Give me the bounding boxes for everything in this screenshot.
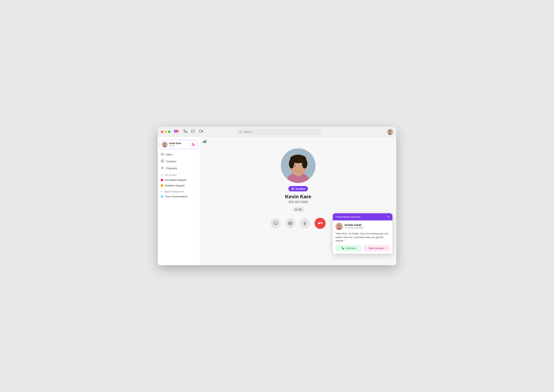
svg-rect-19: [204, 141, 205, 143]
svg-rect-21: [206, 140, 207, 143]
voicemail-body: Kristin Carlel +1 (415) 123-4567 "Hey Ke…: [333, 220, 392, 254]
svg-marker-2: [201, 131, 203, 132]
voicemail-actions: Call back Mark as spam: [336, 245, 390, 251]
mark-as-spam-button[interactable]: Mark as spam: [363, 245, 390, 251]
signal-icon: [203, 140, 207, 144]
microphone-button[interactable]: [300, 218, 310, 228]
ai-icon: ✦: [291, 187, 295, 190]
mainline-support-dot: [161, 184, 163, 187]
caller-name: Kevin Kare: [285, 194, 311, 200]
your-conversations-label: Your Conversations: [165, 195, 187, 198]
caller-section: ✦ Enabled Kevin Kare 555-567-5309 01:28: [271, 148, 326, 229]
maximize-button[interactable]: [168, 131, 170, 133]
svg-point-35: [297, 168, 299, 169]
contacts-icon: [161, 160, 164, 163]
voicemail-caller-name: Kristin Carlel: [345, 224, 364, 227]
digital-engagement-section[interactable]: ▼ Digital Engagement: [158, 188, 200, 194]
titlebar-actions: [184, 129, 203, 134]
search-bar[interactable]: [237, 129, 322, 135]
content-area: ✦ Enabled Kevin Kare 555-567-5309 01:28: [200, 137, 396, 265]
chevron-down-icon: ▼: [161, 174, 163, 176]
inbox-label: Inbox: [166, 153, 172, 156]
mark-as-spam-label: Mark as spam: [369, 247, 385, 250]
search-icon: [239, 131, 242, 133]
svg-point-29: [289, 159, 294, 168]
active-call-time: 06:01: [169, 145, 189, 147]
chevron-down-icon-2: ▼: [161, 191, 163, 193]
svg-rect-18: [203, 141, 203, 143]
svg-line-17: [163, 167, 163, 169]
svg-rect-3: [199, 130, 202, 132]
video-icon[interactable]: [199, 129, 203, 134]
sidebar: Kevin Kare 06:01 Inbox: [158, 137, 200, 265]
call-centers-label: Call Centers: [164, 174, 177, 176]
voicemail-close-button[interactable]: ✕: [387, 215, 390, 219]
svg-point-30: [302, 159, 307, 168]
close-button[interactable]: [161, 131, 163, 133]
minimize-button[interactable]: [165, 131, 167, 133]
chat-icon[interactable]: [191, 129, 195, 134]
enabled-label: Enabled: [296, 187, 305, 190]
svg-point-6: [389, 130, 391, 132]
svg-point-4: [240, 131, 241, 133]
app-logo: [173, 129, 179, 134]
voicemail-caller-number: +1 (415) 123-4567: [345, 227, 364, 229]
svg-point-9: [164, 143, 166, 145]
svg-point-40: [290, 223, 291, 224]
svg-rect-20: [205, 140, 206, 143]
hash-icon: [161, 166, 164, 170]
voicemail-title: Transcribing voicemail: [336, 215, 360, 218]
voicemail-caller: Kristin Carlel +1 (415) 123-4567: [336, 223, 390, 230]
sidebar-item-contacts[interactable]: Contacts: [158, 158, 200, 165]
sidebar-item-your-conversations[interactable]: Your Conversations: [158, 194, 200, 199]
voicemail-message: "Hey Kevin, it's Kristin. Sorry for miss…: [336, 232, 390, 243]
svg-rect-45: [304, 222, 305, 224]
call-timer: 01:28: [292, 207, 304, 212]
end-call-button[interactable]: [315, 218, 326, 229]
sidebar-item-escalated-support[interactable]: Escalated Support: [158, 177, 200, 183]
channels-label: Channels: [166, 167, 177, 170]
app-window: Kevin Kare 06:01 Inbox: [158, 127, 396, 265]
caller-avatar: [281, 148, 316, 183]
user-avatar[interactable]: [387, 129, 393, 135]
titlebar: [158, 127, 396, 137]
svg-point-49: [338, 224, 340, 227]
call-controls: [271, 218, 326, 229]
escalated-support-label: Escalated Support: [165, 179, 186, 181]
call-centers-section[interactable]: ▼ Call Centers: [158, 172, 200, 177]
voicemail-popup: Transcribing voicemail ✕ Kr: [333, 213, 392, 254]
svg-rect-11: [161, 160, 164, 162]
sidebar-item-mainline-support[interactable]: Mainline Support: [158, 183, 200, 188]
active-call-phone-icon: [191, 142, 196, 147]
enabled-badge: ✦ Enabled: [288, 186, 308, 191]
phone-icon[interactable]: [184, 129, 187, 134]
voicemail-header: Transcribing voicemail ✕: [333, 213, 392, 220]
target-button[interactable]: [285, 218, 295, 228]
svg-point-33: [295, 165, 296, 166]
contacts-label: Contacts: [166, 160, 176, 163]
callback-phone-icon: [342, 247, 344, 250]
active-call-name: Kevin Kare: [169, 142, 189, 145]
active-call-avatar: [162, 142, 167, 147]
svg-point-34: [301, 165, 302, 166]
search-input[interactable]: [243, 130, 319, 133]
screen-share-button[interactable]: [271, 218, 281, 228]
active-call-item[interactable]: Kevin Kare 06:01: [160, 140, 198, 149]
sidebar-item-inbox[interactable]: Inbox: [158, 151, 200, 158]
inbox-icon: [161, 153, 164, 156]
svg-point-39: [288, 222, 292, 225]
svg-rect-36: [274, 222, 277, 224]
traffic-lights: [161, 131, 170, 133]
active-call-info: Kevin Kare 06:01: [169, 142, 189, 147]
conversations-dot: [161, 196, 163, 198]
voicemail-caller-info: Kristin Carlel +1 (415) 123-4567: [345, 224, 364, 229]
sidebar-item-channels[interactable]: Channels: [158, 165, 200, 172]
call-back-button[interactable]: Call back: [336, 245, 362, 251]
call-back-label: Call back: [345, 247, 356, 250]
escalated-support-dot: [161, 179, 163, 181]
caller-number: 555-567-5309: [288, 200, 308, 204]
online-indicator: [391, 133, 393, 135]
svg-point-1: [175, 130, 179, 133]
voicemail-caller-avatar: [336, 223, 343, 230]
digital-engagement-label: Digital Engagement: [164, 190, 184, 193]
